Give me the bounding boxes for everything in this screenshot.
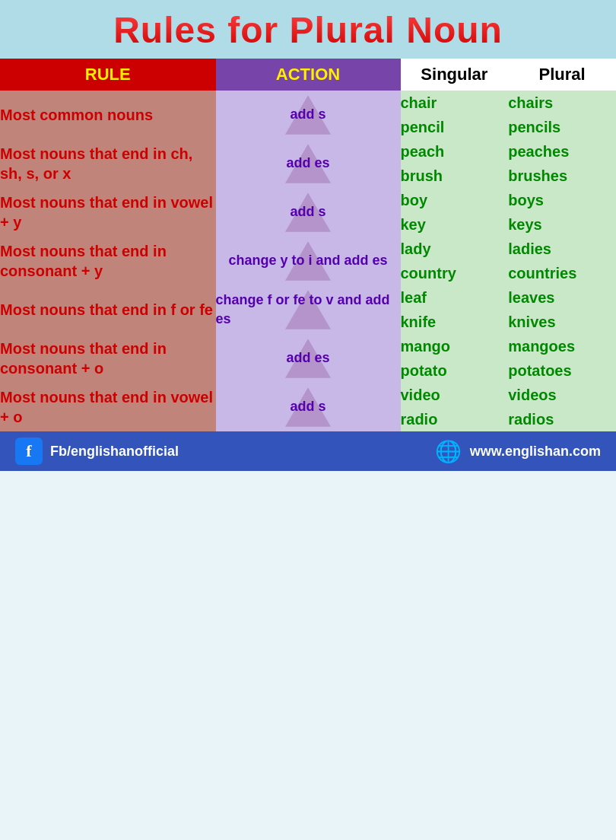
singular-cell: peachbrush xyxy=(401,139,509,188)
rule-cell: Most nouns that end in consonant + y xyxy=(0,237,216,285)
table-row: Most common nounsadd schairpencilchairsp… xyxy=(0,91,616,139)
table-row: Most nouns that end in consonant + ychan… xyxy=(0,237,616,285)
page-title: Rules for Plural Noun xyxy=(0,9,616,51)
action-text: add es xyxy=(286,348,329,368)
globe-icon: 🌐 xyxy=(435,438,462,465)
singular-cell: ladycountry xyxy=(401,237,509,285)
action-column-header: ACTION xyxy=(216,59,401,91)
rule-cell: Most nouns that end in consonant + o xyxy=(0,334,216,383)
table-row: Most nouns that end in consonant + oadd … xyxy=(0,334,616,383)
rule-cell: Most nouns that end in vowel + o xyxy=(0,383,216,431)
singular-column-header: Singular xyxy=(401,59,509,91)
rule-cell: Most nouns that end in vowel + y xyxy=(0,188,216,237)
action-text: change f or fe to v and add es xyxy=(216,291,401,329)
footer-right: 🌐 www.englishan.com xyxy=(435,438,601,465)
action-text: add s xyxy=(290,397,325,416)
website: www.englishan.com xyxy=(470,444,601,460)
rule-cell: Most common nouns xyxy=(0,91,216,139)
table-row: Most nouns that end in ch, sh, s, or xad… xyxy=(0,139,616,188)
singular-cell: videoradio xyxy=(401,383,509,431)
singular-cell: boykey xyxy=(401,188,509,237)
action-text: change y to i and add es xyxy=(228,251,387,270)
action-text: add s xyxy=(290,105,325,124)
facebook-icon: f xyxy=(15,438,43,465)
singular-cell: chairpencil xyxy=(401,91,509,139)
plural-cell: boyskeys xyxy=(508,188,616,237)
action-text: add s xyxy=(290,202,325,221)
action-cell: add es xyxy=(216,334,401,383)
action-text: add es xyxy=(286,154,329,173)
footer: f Fb/englishanofficial 🌐 www.englishan.c… xyxy=(0,431,616,471)
singular-cell: leafknife xyxy=(401,285,509,334)
plural-cell: chairspencils xyxy=(508,91,616,139)
table-row: Most nouns that end in vowel + oadd svid… xyxy=(0,383,616,431)
action-cell: change y to i and add es xyxy=(216,237,401,285)
action-cell: change f or fe to v and add es xyxy=(216,285,401,334)
fb-handle: Fb/englishanofficial xyxy=(50,444,179,460)
rule-column-header: RULE xyxy=(0,59,216,91)
action-cell: add s xyxy=(216,188,401,237)
plural-cell: ladiescountries xyxy=(508,237,616,285)
plural-cell: leavesknives xyxy=(508,285,616,334)
table-row: Most nouns that end in f or fechange f o… xyxy=(0,285,616,334)
rule-cell: Most nouns that end in ch, sh, s, or x xyxy=(0,139,216,188)
plural-cell: mangoespotatoes xyxy=(508,334,616,383)
header: Rules for Plural Noun xyxy=(0,0,616,59)
action-cell: add s xyxy=(216,383,401,431)
footer-left: f Fb/englishanofficial xyxy=(15,438,179,465)
singular-cell: mangopotato xyxy=(401,334,509,383)
main-table: RULE ACTION Singular Plural Most common … xyxy=(0,59,616,431)
table-row: Most nouns that end in vowel + yadd sboy… xyxy=(0,188,616,237)
column-headers: RULE ACTION Singular Plural xyxy=(0,59,616,91)
plural-cell: peachesbrushes xyxy=(508,139,616,188)
action-cell: add s xyxy=(216,91,401,139)
action-cell: add es xyxy=(216,139,401,188)
plural-cell: videosradios xyxy=(508,383,616,431)
rule-cell: Most nouns that end in f or fe xyxy=(0,285,216,334)
plural-column-header: Plural xyxy=(508,59,616,91)
